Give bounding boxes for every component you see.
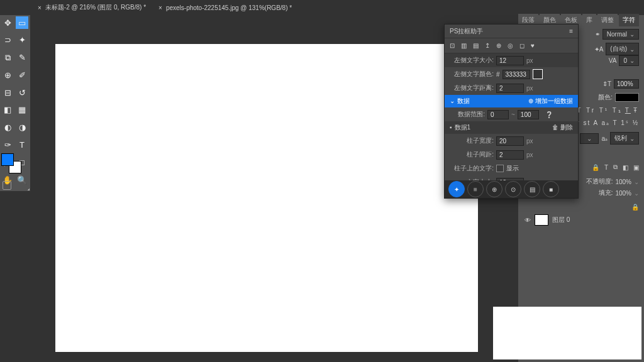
lasso-tool[interactable]: ⊃ (1, 34, 14, 47)
fill-label: 填充: (599, 189, 613, 197)
checkbox-label: 显示 (506, 164, 519, 173)
layer-row[interactable]: 👁 图层 0 (522, 213, 641, 227)
marquee-tool[interactable]: ▭ (16, 16, 28, 29)
target-icon[interactable]: ◎ (508, 42, 513, 49)
opacity-value[interactable]: 100% (615, 178, 631, 185)
mask-icon[interactable]: ▣ (633, 164, 639, 171)
eye-icon[interactable]: 👁 (525, 217, 531, 224)
layer-lock-icons: 🔒 T ⧉ ◧ ▣ (592, 163, 639, 171)
action-button[interactable]: ▤ (524, 181, 540, 197)
left-size-row: 左侧文字大小: px (445, 53, 578, 67)
show-checkbox[interactable] (496, 165, 504, 172)
quick-mask-icon[interactable] (3, 181, 11, 190)
action-button[interactable]: ⊕ (486, 181, 502, 197)
lock-icon[interactable]: 🔒 (631, 204, 639, 211)
lang-select[interactable]: ⌄ (580, 133, 599, 144)
canvas[interactable] (55, 44, 478, 352)
action-button[interactable]: ≡ (467, 181, 484, 197)
blur-tool[interactable]: ◐ (1, 121, 14, 134)
action-button[interactable]: ■ (543, 181, 559, 197)
layer-name[interactable]: 图层 0 (552, 216, 570, 224)
eraser-tool[interactable]: ◧ (1, 104, 14, 116)
plugin-header[interactable]: PS拉框助手 ≡ (445, 25, 578, 38)
bar-icon[interactable]: ▥ (461, 42, 467, 49)
data-group-header[interactable]: ▪数据1 🗑删除 (445, 121, 578, 134)
left-color-row: 左侧文字颜色: # (445, 67, 578, 81)
stamp-tool[interactable]: ⊟ (1, 86, 14, 99)
field-label: 柱子上的文字: (450, 164, 494, 173)
up-icon[interactable]: ↥ (485, 42, 490, 49)
section-label: 数据 (457, 97, 470, 104)
panel-tab[interactable]: 调整 (597, 14, 618, 26)
action-button[interactable]: ⊙ (505, 181, 521, 197)
eyedropper-tool[interactable]: ✎ (16, 52, 28, 64)
fill-value[interactable]: 100% (615, 190, 631, 197)
unit-label: px (526, 151, 539, 158)
bar-width-input[interactable] (496, 136, 524, 146)
add-data-button[interactable]: ⊕增加一组数据 (528, 97, 573, 106)
document-tab[interactable]: × 未标题-2 @ 216% (图层 0, RGB/8) * (31, 1, 152, 14)
square-icon[interactable]: ◻ (519, 42, 525, 49)
link-icon[interactable]: ⚭ (595, 31, 600, 38)
bar-gap-input[interactable] (496, 150, 524, 160)
panel-tab[interactable]: 库 (582, 14, 596, 26)
left-gap-row: 左侧文字距离: px (445, 81, 578, 95)
plugin-title: PS拉框助手 (450, 27, 483, 36)
scale-input[interactable] (614, 79, 639, 89)
range-from-input[interactable] (487, 110, 509, 119)
layers-panel: 🔒 👁 图层 0 (522, 201, 641, 227)
leading-select[interactable]: (自动)⌄ (606, 43, 639, 55)
unit-label: px (526, 85, 539, 92)
range-to-input[interactable] (518, 110, 539, 119)
field-label: 左侧文字距离: (450, 84, 494, 92)
leading-icon: ✦A (594, 46, 604, 53)
color-row: 颜色: (598, 93, 639, 102)
chart-icon[interactable]: ⊡ (450, 42, 455, 49)
left-size-input[interactable] (496, 56, 524, 65)
tab-close-prefix: × (158, 4, 162, 11)
text-color-swatch[interactable] (615, 93, 639, 102)
foreground-color-swatch[interactable] (1, 153, 14, 166)
crop-tool[interactable]: ⧉ (1, 52, 14, 64)
blend-mode-select[interactable]: Normal⌄ (602, 29, 639, 40)
type-tool[interactable]: T (16, 139, 28, 151)
pen-tool[interactable]: ✑ (1, 139, 14, 151)
overlay-box (493, 307, 641, 359)
dodge-tool[interactable]: ◑ (16, 121, 28, 134)
plugin-toolbar: ⊡ ▥ ▤ ↥ ⊕ ◎ ◻ ♥ (445, 38, 578, 53)
panel-tab[interactable]: 字符 (619, 14, 639, 26)
color-preview[interactable] (533, 69, 543, 79)
type-icon[interactable]: T (604, 164, 608, 171)
color-swatches[interactable] (1, 153, 29, 178)
layer-thumbnail[interactable] (535, 214, 548, 226)
wand-tool[interactable]: ✦ (16, 34, 28, 47)
help-icon[interactable]: ❔ (545, 111, 553, 118)
move-tool[interactable]: ✥ (1, 16, 14, 29)
history-brush-tool[interactable]: ↺ (16, 86, 28, 99)
brush-tool[interactable]: ✐ (16, 69, 28, 81)
alpha-icon[interactable]: ◧ (623, 164, 628, 171)
globe-icon[interactable]: ⊕ (496, 42, 501, 49)
menu-icon[interactable]: ≡ (569, 28, 573, 35)
primary-action-button[interactable]: ✦ (448, 181, 465, 197)
table-icon[interactable]: ▤ (473, 42, 479, 49)
heart-icon[interactable]: ♥ (531, 42, 535, 49)
aa-select[interactable]: 锐利⌄ (610, 132, 639, 145)
bar-text-row: 柱子上的文字: 显示 (445, 162, 578, 175)
heal-tool[interactable]: ⊕ (1, 69, 14, 81)
range-row: 数据范围: ~ ❔ (445, 107, 578, 121)
tracking-select[interactable]: 0⌄ (619, 55, 639, 66)
field-label: 左侧文字颜色: (450, 70, 494, 79)
crop-icon[interactable]: ⧉ (613, 163, 618, 171)
data-section-header[interactable]: ⌄数据 ⊕增加一组数据 (445, 95, 578, 107)
lock-icon[interactable]: 🔒 (592, 164, 599, 171)
scale-row: ⇕T (602, 79, 639, 89)
opacity-label: 不透明度: (586, 177, 613, 186)
blend-mode-row: ⚭ Normal⌄ (595, 29, 639, 40)
left-gap-input[interactable] (496, 84, 524, 93)
left-color-input[interactable] (502, 70, 530, 79)
gradient-tool[interactable]: ▦ (16, 104, 28, 116)
document-tab[interactable]: × pexels-photo-2225145.jpg @ 131%(RGB/8)… (152, 2, 298, 14)
delete-button[interactable]: 🗑删除 (552, 123, 573, 132)
unit-label: px (526, 138, 539, 145)
